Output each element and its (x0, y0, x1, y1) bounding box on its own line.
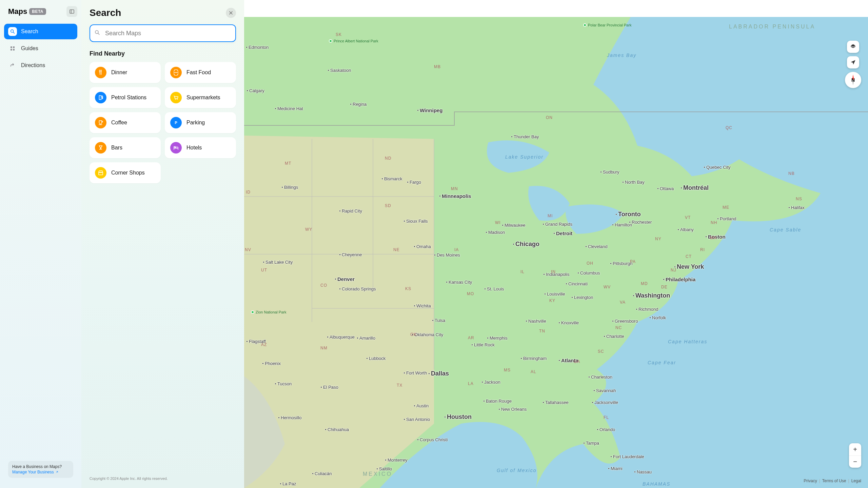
business-promo-link[interactable]: Manage Your Business (12, 470, 69, 474)
map-label[interactable]: Bismarck (381, 176, 402, 181)
map-label[interactable]: Miami (608, 466, 623, 471)
map-label[interactable]: La Paz (280, 481, 296, 486)
footer-link-legal[interactable]: Legal (851, 479, 861, 483)
map-label[interactable]: Omaha (414, 244, 431, 249)
map-label[interactable]: Cheyenne (339, 252, 362, 257)
map-label[interactable]: Austin (414, 403, 429, 408)
category-bars[interactable]: Bars (90, 137, 161, 158)
map-label[interactable]: Baton Rouge (483, 399, 512, 404)
compass-button[interactable]: N (845, 72, 861, 88)
map-label[interactable]: Lubbock (366, 356, 386, 361)
map-label[interactable]: Tucson (275, 381, 292, 386)
map-label[interactable]: Winnipeg (417, 107, 442, 113)
map-label[interactable]: Des Moines (434, 252, 460, 258)
collapse-sidebar-button[interactable] (66, 6, 77, 17)
map-label[interactable]: Cincinnati (566, 281, 588, 286)
map-label[interactable]: New Orleans (498, 407, 527, 412)
map-label[interactable]: Medicine Hat (275, 106, 303, 111)
map-label[interactable]: St. Louis (484, 286, 504, 291)
map-label[interactable]: Nassau (634, 469, 652, 474)
map-label[interactable]: Detroit (553, 230, 572, 236)
map-label[interactable]: Jackson (481, 380, 500, 385)
map-label[interactable]: Milwaukee (502, 223, 525, 228)
category-fast-food[interactable]: Fast Food (165, 62, 236, 83)
map-label[interactable]: Fort Lauderdale (610, 454, 644, 459)
map-label[interactable]: Quebec City (704, 165, 731, 170)
map-label[interactable]: Jacksonville (592, 400, 618, 405)
map-label[interactable]: Indianapolis (543, 272, 569, 277)
map-label[interactable]: Little Rock (471, 342, 495, 347)
nav-item-search[interactable]: Search (4, 24, 77, 39)
category-coffee[interactable]: Coffee (90, 112, 161, 133)
map-label[interactable]: Tallahassee (542, 400, 569, 405)
map-label[interactable]: Fargo (407, 180, 421, 185)
category-dinner[interactable]: Dinner (90, 62, 161, 83)
locate-button[interactable] (847, 56, 859, 68)
map-label[interactable]: Billings (281, 185, 298, 190)
map-label[interactable]: Phoenix (262, 361, 281, 366)
park-label[interactable]: Zion National Park (251, 310, 287, 314)
map-label[interactable]: Minneapolis (439, 193, 471, 199)
category-petrol-stations[interactable]: Petrol Stations (90, 87, 161, 108)
map-label[interactable]: Edmonton (246, 45, 269, 50)
map-label[interactable]: Greensboro (612, 319, 638, 324)
map-label[interactable]: Tampa (583, 441, 599, 446)
map-label[interactable]: Fort Worth (403, 370, 427, 375)
map-label[interactable]: Albuquerque (327, 334, 355, 340)
map-label[interactable]: Monterrey (385, 458, 408, 463)
category-parking[interactable]: P Parking (165, 112, 236, 133)
footer-link-privacy[interactable]: Privacy (804, 479, 817, 483)
map-label[interactable]: Dallas (428, 370, 449, 377)
park-label[interactable]: Prince Albert National Park (329, 39, 378, 43)
map-label[interactable]: Corpus Christi (417, 437, 448, 442)
map-label[interactable]: Regina (350, 102, 367, 107)
business-promo-card[interactable]: Have a Business on Maps? Manage Your Bus… (8, 461, 73, 478)
map-label[interactable]: Saskatoon (328, 68, 351, 73)
map-label[interactable]: Kansas City (446, 280, 472, 285)
map-label[interactable]: Madison (486, 230, 505, 235)
map-label[interactable]: Memphis (487, 336, 508, 341)
map-label[interactable]: Cleveland (585, 244, 608, 249)
park-label[interactable]: Polar Bear Provincial Park (583, 23, 631, 27)
map-label[interactable]: Wichita (414, 303, 431, 308)
footer-link-terms[interactable]: Terms of Use (822, 479, 846, 483)
category-corner-shops[interactable]: Corner Shops (90, 162, 161, 183)
map-label[interactable]: Chihuahua (325, 427, 349, 432)
search-input[interactable] (90, 24, 236, 42)
map-label[interactable]: Pittsburgh (610, 261, 633, 266)
map-label[interactable]: Richmond (636, 307, 658, 312)
map-label[interactable]: Houston (444, 413, 472, 421)
zoom-out-button[interactable]: − (849, 455, 861, 468)
map-label[interactable]: Calgary (246, 88, 264, 93)
map-mode-button[interactable] (847, 41, 859, 53)
map-label[interactable]: Tulsa (432, 318, 445, 323)
map-label[interactable]: Charleston (588, 374, 612, 380)
map-label[interactable]: Knoxville (558, 320, 579, 325)
map-label[interactable]: Nashville (526, 319, 546, 324)
map-label[interactable]: Orlando (597, 427, 615, 432)
map-label[interactable]: Amarillo (357, 336, 375, 341)
category-hotels[interactable]: Hotels (165, 137, 236, 158)
nav-item-directions[interactable]: Directions (4, 58, 77, 73)
map-label[interactable]: Columbus (577, 270, 600, 276)
map-label[interactable]: Louisville (544, 291, 565, 297)
map-label[interactable]: El Paso (320, 385, 338, 390)
map-label[interactable]: Salt Lake City (263, 260, 293, 265)
map-label[interactable]: Philadelphia (663, 277, 695, 282)
map-label[interactable]: Portland (717, 216, 736, 221)
close-panel-button[interactable] (226, 8, 236, 18)
map-label[interactable]: Charlotte (604, 334, 624, 339)
map-label[interactable]: Denver (335, 276, 355, 282)
category-supermarkets[interactable]: Supermarkets (165, 87, 236, 108)
map-label[interactable]: Chicago (513, 241, 539, 248)
map-label[interactable]: Saltillo (376, 466, 392, 471)
map-label[interactable]: Albany (677, 227, 694, 232)
map-label[interactable]: North Bay (622, 180, 645, 185)
map-label[interactable]: Grand Rapids (542, 222, 572, 227)
map-label[interactable]: Washington (633, 292, 670, 299)
nav-item-guides[interactable]: Guides (4, 41, 77, 56)
map-label[interactable]: Ottawa (657, 186, 674, 191)
map-label[interactable]: New York (674, 263, 704, 270)
map-label[interactable]: Lexington (571, 295, 593, 300)
map-label[interactable]: Birmingham (520, 356, 547, 361)
